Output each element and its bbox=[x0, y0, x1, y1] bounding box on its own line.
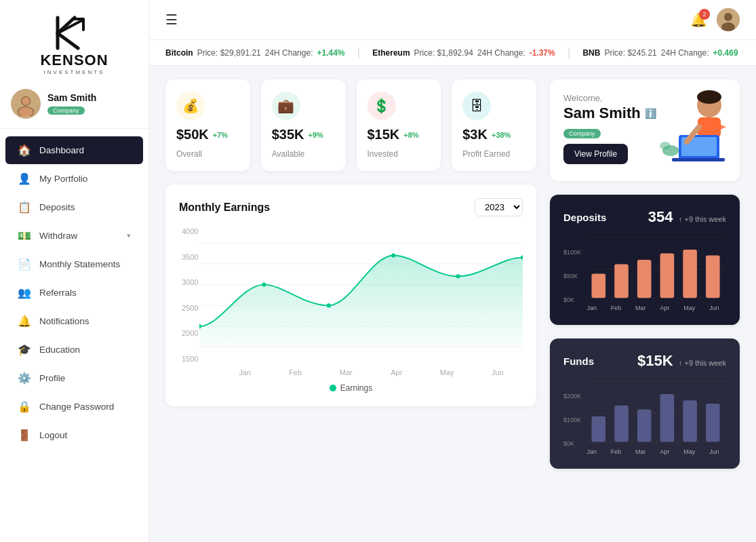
welcome-badge: Company bbox=[563, 129, 601, 138]
deposits-chart: $100K$50K$0K bbox=[563, 235, 726, 303]
sidebar-item-change-password[interactable]: 🔒 Change Password bbox=[5, 393, 143, 421]
ticker-divider: | bbox=[568, 45, 571, 60]
notification-badge: 2 bbox=[699, 9, 710, 20]
ticker-name: Ethereum bbox=[372, 48, 410, 58]
sidebar-item-logout[interactable]: 🚪 Logout bbox=[5, 421, 143, 449]
funds-x-label: Feb bbox=[611, 448, 622, 455]
stat-card-profit: 🗄 $3K +38% Profit Earned bbox=[452, 79, 536, 171]
content-area: 💰 $50K +7% Overall 💼 $35K +9% Available … bbox=[149, 66, 756, 542]
sidebar-item-my-portfolio[interactable]: 👤 My Portfolio bbox=[5, 165, 143, 193]
nav-menu: 🏠 Dashboard 👤 My Portfolio 📋 Deposits 💵 … bbox=[0, 129, 148, 542]
welcome-card: Welcome, Sam Smith ℹ️ Company View Profi… bbox=[550, 79, 740, 181]
hamburger-menu[interactable]: ☰ bbox=[165, 12, 178, 28]
bar-apr bbox=[660, 254, 675, 298]
funds-y-label: $100K bbox=[563, 417, 581, 423]
data-point bbox=[327, 303, 331, 307]
stat-card-invested: 💲 $15K +8% Invested bbox=[357, 79, 441, 171]
year-selector[interactable]: 2023 2022 2021 bbox=[475, 198, 523, 216]
withdraw-icon: 💵 bbox=[18, 229, 31, 242]
notifications-icon: 🔔 bbox=[18, 315, 31, 328]
stat-label: Profit Earned bbox=[462, 149, 525, 159]
legend-label: Earnings bbox=[340, 383, 372, 393]
stat-label: Available bbox=[272, 149, 335, 159]
deposits-x-labels: JanFebMarAprMayJun bbox=[563, 305, 726, 311]
sidebar-item-deposits[interactable]: 📋 Deposits bbox=[5, 193, 143, 221]
education-icon: 🎓 bbox=[18, 343, 31, 356]
sidebar-item-label: Notifications bbox=[39, 316, 131, 326]
stat-change: +38% bbox=[492, 131, 511, 139]
sidebar-item-notifications[interactable]: 🔔 Notifications bbox=[5, 307, 143, 335]
chart-legend: Earnings bbox=[179, 383, 523, 393]
x-label: May bbox=[422, 368, 473, 376]
y-label: 2500 bbox=[182, 304, 198, 312]
sidebar-item-label: Dashboard bbox=[39, 145, 131, 155]
funds-value: $15K bbox=[637, 352, 673, 369]
bar-jan bbox=[592, 274, 606, 298]
brand-name: KENSON bbox=[40, 52, 108, 69]
sidebar-item-monthly-statements[interactable]: 📄 Monthly Statements bbox=[5, 250, 143, 278]
data-point bbox=[391, 253, 395, 257]
profile-icon: ⚙️ bbox=[18, 372, 31, 385]
ticker-item-0: Bitcoin Price: $29,891.21 24H Change: +1… bbox=[165, 48, 345, 58]
ticker-change: -1.37% bbox=[530, 48, 555, 58]
ticker-item-2: BNB Price: $245.21 24H Change: +0.469 bbox=[582, 48, 738, 58]
user-badge: Company bbox=[47, 107, 85, 115]
stat-change: +7% bbox=[213, 131, 228, 139]
ticker-item-1: Ethereum Price: $1,892.94 24H Change: -1… bbox=[372, 48, 555, 58]
deposits-y-label: $0K bbox=[563, 296, 581, 303]
user-info: Sam Smith Company bbox=[47, 92, 96, 115]
funds-bar-jun bbox=[706, 404, 720, 442]
deposits-y-labels: $100K$50K$0K bbox=[563, 249, 581, 303]
funds-y-labels: $200K$100K$0K bbox=[563, 393, 581, 447]
topbar-avatar[interactable] bbox=[717, 8, 740, 31]
deposits-y-label: $100K bbox=[563, 249, 581, 256]
topbar-left: ☰ bbox=[165, 12, 178, 28]
line-chart-container: 400035003000250020001500 bbox=[179, 227, 523, 376]
avatar bbox=[11, 89, 41, 119]
chevron-icon: ▾ bbox=[127, 231, 131, 240]
logout-icon: 🚪 bbox=[18, 429, 31, 442]
stat-change: +9% bbox=[309, 131, 323, 139]
notification-button[interactable]: 🔔 2 bbox=[690, 12, 707, 28]
funds-x-label: Jan bbox=[586, 448, 597, 455]
stat-card-available: 💼 $35K +9% Available bbox=[261, 79, 346, 171]
content-left: 💰 $50K +7% Overall 💼 $35K +9% Available … bbox=[165, 79, 536, 528]
overall-icon: 💰 bbox=[176, 92, 205, 120]
sidebar-item-education[interactable]: 🎓 Education bbox=[5, 336, 143, 364]
sidebar-item-dashboard[interactable]: 🏠 Dashboard bbox=[5, 136, 143, 164]
legend-dot bbox=[330, 385, 336, 391]
x-label: Feb bbox=[271, 368, 321, 376]
funds-bars-svg bbox=[586, 379, 726, 447]
svg-rect-22 bbox=[672, 158, 725, 161]
ticker-name: Bitcoin bbox=[165, 48, 193, 58]
sidebar-item-label: Logout bbox=[39, 430, 131, 440]
deposits-bars-svg bbox=[586, 235, 726, 303]
svg-point-25 bbox=[660, 142, 671, 150]
ticker-change-label: 24H Change: bbox=[477, 48, 525, 58]
view-profile-button[interactable]: View Profile bbox=[563, 144, 628, 164]
ticker-price: Price: $29,891.21 bbox=[197, 48, 261, 58]
chart-title: Monthly Earnings bbox=[179, 201, 270, 214]
funds-card: Funds $15K ↑ +9 this week $200K$100K$0K bbox=[550, 338, 740, 469]
y-label: 2000 bbox=[182, 329, 198, 337]
bar-jun bbox=[706, 255, 720, 298]
sidebar-item-referrals[interactable]: 👥 Referrals bbox=[5, 279, 143, 307]
deposits-x-label: Jan bbox=[586, 305, 597, 311]
funds-bar-may bbox=[683, 400, 697, 442]
x-label: Jan bbox=[220, 368, 271, 376]
funds-x-label: Mar bbox=[635, 448, 646, 455]
sidebar-item-label: My Portfolio bbox=[39, 174, 131, 184]
deposits-y-label: $50K bbox=[563, 273, 581, 279]
ticker-name: BNB bbox=[582, 48, 600, 58]
sidebar-item-profile[interactable]: ⚙️ Profile bbox=[5, 364, 143, 392]
funds-bar-feb bbox=[614, 406, 629, 442]
monthly-statements-icon: 📄 bbox=[18, 258, 31, 271]
stat-label: Invested bbox=[367, 149, 431, 159]
illustration-svg bbox=[658, 86, 733, 168]
svg-line-2 bbox=[58, 33, 78, 48]
stat-value: $35K +9% bbox=[272, 127, 335, 142]
sidebar-item-withdraw[interactable]: 💵 Withdraw ▾ bbox=[5, 222, 143, 250]
funds-x-label: Jun bbox=[709, 448, 719, 455]
referrals-icon: 👥 bbox=[18, 286, 31, 299]
y-label: 3500 bbox=[182, 253, 198, 261]
